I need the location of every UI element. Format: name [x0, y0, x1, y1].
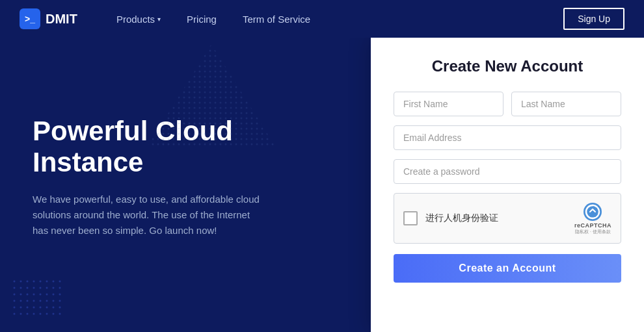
form-title: Create New Account [394, 57, 621, 75]
dots-decoration [13, 280, 65, 319]
navbar-links: Products ▾ Pricing Term of Service [103, 0, 563, 38]
chevron-down-icon: ▾ [157, 16, 161, 23]
nav-products[interactable]: Products ▾ [103, 0, 174, 38]
main-container: Powerful Cloud Instance We have powerful… [0, 38, 644, 332]
logo[interactable]: >_ DMIT [20, 8, 77, 29]
navbar: >_ DMIT Products ▾ Pricing Term of Servi… [0, 0, 644, 38]
name-row [394, 92, 621, 116]
hero-subtitle: We have powerful, easy to use, and affor… [33, 192, 267, 238]
svg-marker-1 [146, 44, 276, 148]
signup-form-card: Create New Account 进行人机身份验证 [371, 38, 644, 332]
signup-button[interactable]: Sign Up [563, 8, 624, 30]
recaptcha-label-text: 进行人机身份验证 [425, 212, 498, 224]
email-input[interactable] [394, 125, 621, 150]
last-name-input[interactable] [511, 92, 621, 116]
nav-pricing[interactable]: Pricing [174, 0, 230, 38]
recaptcha-subtext: 隐私权 · 使用条款 [575, 229, 611, 235]
recaptcha-right: reCAPTCHA 隐私权 · 使用条款 [574, 201, 611, 235]
password-input[interactable] [394, 159, 621, 184]
recaptcha-logo-icon [582, 201, 603, 222]
navbar-right: Sign Up [563, 8, 624, 30]
logo-icon: >_ [20, 8, 40, 29]
svg-rect-3 [13, 280, 65, 319]
email-group [394, 125, 621, 150]
recaptcha-widget[interactable]: 进行人机身份验证 reCAPTCHA 隐私权 · 使用条款 [394, 193, 621, 244]
create-account-button[interactable]: Create an Account [394, 254, 621, 283]
first-name-input[interactable] [394, 92, 503, 116]
recaptcha-badge-text: reCAPTCHA [574, 222, 611, 229]
logo-text: DMIT [46, 12, 77, 27]
recaptcha-checkbox[interactable] [403, 211, 418, 225]
password-group [394, 159, 621, 184]
hero-section: Powerful Cloud Instance We have powerful… [0, 38, 371, 332]
recaptcha-left: 进行人机身份验证 [403, 211, 498, 225]
mountain-decoration [146, 44, 276, 148]
nav-terms[interactable]: Term of Service [230, 0, 323, 38]
